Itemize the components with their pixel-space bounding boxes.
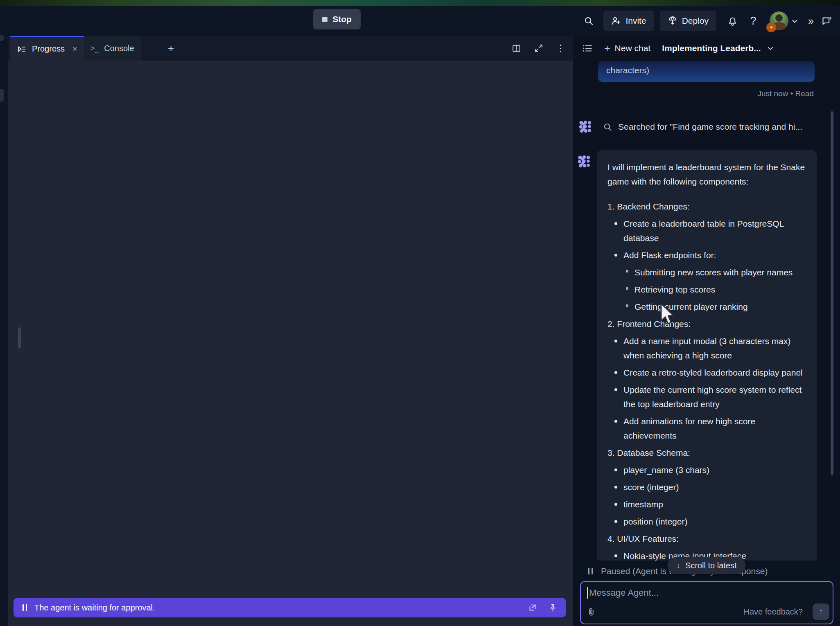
invite-label: Invite <box>625 16 646 26</box>
deploy-icon <box>668 16 677 26</box>
stop-icon <box>322 17 327 22</box>
message-heading: 3. Database Schema: <box>607 446 807 460</box>
scroll-to-latest-label: Scroll to latest <box>685 561 737 570</box>
tab-console[interactable]: >_ Console <box>84 36 141 61</box>
message-heading: 4. UI/UX Features: <box>607 531 807 546</box>
user-message-text: characters) <box>606 65 649 75</box>
account-chevron-down-icon[interactable] <box>788 12 801 30</box>
tab-close-icon[interactable]: × <box>72 44 77 54</box>
chat-header: + New chat Implementing Leaderb... <box>573 36 840 61</box>
new-chat-button[interactable]: + New chat <box>604 43 650 54</box>
search-small-icon <box>603 122 612 132</box>
top-bar: Stop Invite <box>0 6 840 36</box>
composer-placeholder: Message Agent... <box>589 588 659 598</box>
pin-icon[interactable] <box>549 603 557 612</box>
agent-message-row: I will implement a leaderboard system fo… <box>577 150 817 561</box>
attachment-paperclip-icon[interactable] <box>587 607 596 617</box>
message-bullet: Create a leaderboard table in PostgreSQL… <box>607 216 807 245</box>
stop-button[interactable]: Stop <box>313 9 361 29</box>
expand-icon[interactable] <box>534 43 544 53</box>
message-sub-bullet: Submitting new scores with player names <box>619 265 807 279</box>
workspace-panel: Progress × >_ Console + ⋮ <box>8 36 573 626</box>
panel-resize-handle-left[interactable] <box>18 327 21 349</box>
message-meta: Just now • Read <box>757 89 814 98</box>
message-bullet: Add a name input modal (3 characters max… <box>607 334 807 363</box>
scroll-to-latest-button[interactable]: ↓ Scroll to latest <box>667 557 745 574</box>
search-icon[interactable] <box>580 12 598 30</box>
agent-message-card: I will implement a leaderboard system fo… <box>597 150 817 561</box>
message-bullet: player_name (3 chars) <box>607 463 807 477</box>
tab-progress-label: Progress <box>32 44 65 54</box>
app-window: Stop Invite <box>0 0 840 626</box>
avatar[interactable]: ✦ <box>770 11 788 30</box>
user-message-bubble: characters) <box>598 61 815 82</box>
message-bullet: Update the current high score system to … <box>607 383 807 411</box>
kebab-menu-icon[interactable]: ⋮ <box>556 43 565 54</box>
avatar-sparkle-badge: ✦ <box>766 23 776 32</box>
new-tab-button[interactable]: + <box>159 36 183 61</box>
split-view-icon[interactable] <box>511 43 522 54</box>
agent-logo <box>578 120 592 134</box>
rail-handle[interactable] <box>0 89 4 102</box>
new-chat-label: New chat <box>615 43 651 53</box>
chat-title: Implementing Leaderb... <box>662 43 761 53</box>
message-heading: 2. Frontend Changes: <box>607 317 807 331</box>
search-action-text: Searched for "Find game score tracking a… <box>618 122 802 132</box>
message-list: player_name (3 chars)score (integer)time… <box>607 463 807 529</box>
workspace-top-glow <box>0 0 840 6</box>
chevron-down-icon <box>767 45 774 52</box>
invite-icon <box>611 16 621 26</box>
message-bullet: Add animations for new high score achiev… <box>607 414 807 443</box>
agent-message-body: I will implement a leaderboard system fo… <box>607 160 807 561</box>
chat-title-dropdown[interactable]: Implementing Leaderb... <box>662 43 774 53</box>
panel-actions: ⋮ <box>511 36 565 61</box>
new-comment-icon[interactable] <box>818 12 835 30</box>
help-icon[interactable]: ? <box>745 12 761 30</box>
have-feedback-link[interactable]: Have feedback? <box>743 607 803 617</box>
agent-logo <box>577 155 591 169</box>
message-bullet: position (integer) <box>607 514 807 529</box>
message-bullet: Add Flask endpoints for: <box>607 248 807 262</box>
tab-progress[interactable]: Progress × <box>10 36 84 61</box>
tab-strip: Progress × >_ Console + ⋮ <box>8 36 573 61</box>
message-composer[interactable]: Message Agent... Have feedback? ↑ <box>580 581 833 624</box>
rail-handle-top[interactable] <box>0 35 4 41</box>
chat-scrollbar-thumb[interactable] <box>831 111 833 475</box>
pause-icon <box>23 604 27 611</box>
stop-label: Stop <box>332 14 352 24</box>
progress-panel-body: The agent is waiting for approval. <box>8 61 573 626</box>
message-sub-bullet: Getting current player ranking <box>619 299 807 314</box>
chat-scroll-area: characters) Just now • Read <box>573 61 840 561</box>
send-button[interactable]: ↑ <box>813 603 829 620</box>
pause-icon <box>588 568 593 574</box>
approval-status-bar: The agent is waiting for approval. <box>14 598 566 617</box>
message-list: Create a leaderboard table in PostgreSQL… <box>607 216 807 314</box>
deploy-button[interactable]: Deploy <box>660 11 716 31</box>
left-rail <box>0 36 8 626</box>
agent-chat-panel: + New chat Implementing Leaderb... chara… <box>573 36 840 626</box>
topbar-actions: Invite Deploy ? <box>580 6 835 36</box>
composer-toolbar: Have feedback? ↑ <box>581 602 833 624</box>
message-heading: 1. Backend Changes: <box>607 199 807 214</box>
message-bullet: score (integer) <box>607 480 807 494</box>
message-bullet: Create a retro-styled leaderboard displa… <box>607 365 807 380</box>
collapse-panel-icon[interactable]: » <box>804 12 818 30</box>
invite-button[interactable]: Invite <box>603 11 654 31</box>
tab-console-label: Console <box>104 44 134 53</box>
message-sub-bullet: Retrieving top scores <box>619 282 807 297</box>
down-arrow-icon: ↓ <box>676 561 680 570</box>
progress-icon <box>17 44 27 54</box>
agent-search-action[interactable]: Searched for "Find game score tracking a… <box>578 120 802 134</box>
chat-list-icon[interactable] <box>582 43 593 54</box>
composer-input[interactable]: Message Agent... <box>581 582 833 599</box>
message-list: Add a name input modal (3 characters max… <box>607 334 807 443</box>
plus-icon: + <box>604 43 610 54</box>
notifications-bell-icon[interactable] <box>723 11 742 30</box>
up-arrow-icon: ↑ <box>819 606 823 617</box>
approval-text: The agent is waiting for approval. <box>34 603 155 612</box>
terminal-icon: >_ <box>90 44 99 53</box>
deploy-label: Deploy <box>682 16 709 26</box>
open-in-pane-icon[interactable] <box>528 603 537 612</box>
message-paragraph: I will implement a leaderboard system fo… <box>607 160 807 189</box>
text-caret <box>587 587 588 599</box>
